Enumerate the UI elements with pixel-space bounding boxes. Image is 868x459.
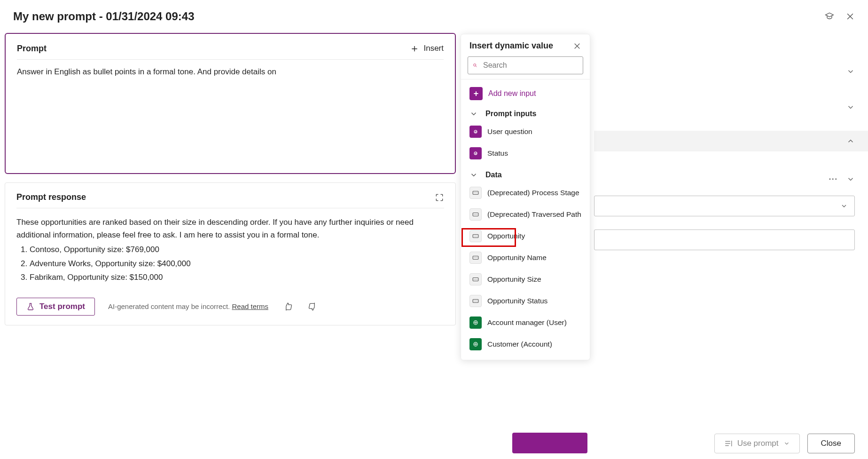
more-icon[interactable]: ··· [829,175,838,183]
response-list: Contoso, Opportunity size: $769,000 Adve… [16,243,444,284]
item-label: Status [487,149,508,158]
ai-note-text: AI-generated content may be incorrect. [108,302,230,310]
panel-header: Insert dynamic value [461,34,590,56]
prompt-inputs-label: Prompt inputs [485,110,536,118]
item-label: (Deprecated) Traversed Path [487,210,581,219]
close-icon[interactable] [845,12,855,21]
input-icon [469,126,482,138]
read-terms-link[interactable]: Read terms [232,302,268,310]
dynamic-value-panel: Insert dynamic value + Add new input Pro… [461,34,590,360]
input-icon [469,147,482,159]
plus-icon: + [469,87,483,100]
prompt-header: Prompt ＋ Insert [17,43,444,60]
svg-point-9 [474,321,477,324]
prompt-text[interactable]: Answer in English as bullet points in a … [17,67,444,77]
item-label: Opportunity Status [487,297,547,305]
field-icon [469,252,482,264]
close-button[interactable]: Close [807,434,855,453]
search-input[interactable] [482,61,578,70]
item-label: Opportunity Size [487,275,541,284]
relation-icon [469,338,482,350]
use-prompt-icon [724,439,733,448]
chevron-down-icon[interactable] [846,175,855,183]
primary-action-hidden[interactable] [512,433,587,453]
prompt-title: Prompt [17,44,47,54]
item-label: Opportunity Name [487,253,547,262]
svg-point-0 [474,64,476,66]
add-new-input-label: Add new input [488,89,536,98]
response-body: These opportunities are ranked based on … [16,216,444,284]
chevron-up-icon[interactable] [846,137,855,145]
highlight-data-section [461,228,516,247]
data-item[interactable]: (Deprecated) Traversed Path [461,204,590,225]
plus-icon: ＋ [409,43,420,54]
close-icon[interactable] [573,42,581,50]
item-label: User question [487,127,532,136]
learn-icon[interactable] [825,12,834,21]
item-label: Customer (Account) [487,340,552,348]
response-card: Prompt response These opportunities are … [5,182,456,325]
prompt-input-item[interactable]: Status [461,142,590,164]
data-item[interactable]: Opportunity Size [461,269,590,290]
response-item: Contoso, Opportunity size: $769,000 [30,243,444,256]
expand-icon[interactable] [435,193,444,202]
svg-point-2 [474,152,477,155]
search-icon [473,61,477,70]
use-prompt-button[interactable]: Use prompt [714,434,800,453]
search-box[interactable] [468,56,583,74]
data-section[interactable]: Data [461,164,590,182]
item-label: Account manager (User) [487,318,567,327]
insert-button[interactable]: ＋ Insert [409,43,444,54]
chevron-down-icon [783,440,790,447]
insert-label: Insert [423,44,444,53]
dialog-footer: Use prompt Close [714,434,855,453]
prompt-card: Prompt ＋ Insert Answer in English as bul… [5,33,456,174]
relation-icon [469,317,482,329]
data-item[interactable]: (Deprecated) Process Stage [461,182,590,204]
data-item[interactable]: Opportunity Status [461,290,590,312]
data-item[interactable]: Opportunity Name [461,247,590,269]
test-prompt-button[interactable]: Test prompt [16,298,95,316]
chevron-down-icon[interactable] [846,67,855,76]
prompt-input-item[interactable]: User question [461,121,590,142]
header: My new prompt - 01/31/2024 09:43 [0,0,868,28]
response-item: Adventure Works, Opportunity size: $400,… [30,257,444,270]
field-icon [469,208,482,221]
response-footer: Test prompt AI-generated content may be … [16,298,444,316]
chevron-down-icon [469,110,478,118]
background-properties: ··· [594,61,855,250]
flask-icon [26,302,35,311]
add-new-input-button[interactable]: + Add new input [461,84,590,103]
divider [461,79,590,79]
field-icon [469,295,482,307]
chevron-down-icon [469,171,478,179]
data-section-label: Data [485,171,502,179]
svg-point-1 [474,130,477,133]
header-actions [825,12,855,21]
prompt-inputs-section[interactable]: Prompt inputs [461,103,590,121]
item-label: (Deprecated) Process Stage [487,189,579,197]
response-title: Prompt response [16,192,86,202]
svg-point-10 [474,342,477,346]
thumbs-down-icon[interactable] [308,302,317,311]
property-select[interactable] [594,196,855,216]
response-item: Fabrikam, Opportunity size: $150,000 [30,271,444,284]
property-input[interactable] [594,230,855,250]
thumbs-up-icon[interactable] [283,302,293,311]
left-column: Prompt ＋ Insert Answer in English as bul… [5,33,456,325]
use-prompt-label: Use prompt [737,439,779,448]
response-intro: These opportunities are ranked based on … [16,216,444,241]
field-icon [469,273,482,285]
chevron-down-icon[interactable] [846,103,855,111]
data-item[interactable]: Account manager (User) [461,312,590,333]
page-title: My new prompt - 01/31/2024 09:43 [13,10,195,23]
test-prompt-label: Test prompt [39,302,85,311]
data-item[interactable]: Customer (Account) [461,333,590,355]
response-header: Prompt response [16,192,444,208]
panel-title: Insert dynamic value [469,41,553,51]
chevron-down-icon [840,202,848,210]
ai-note: AI-generated content may be incorrect. R… [108,302,268,310]
field-icon [469,187,482,199]
